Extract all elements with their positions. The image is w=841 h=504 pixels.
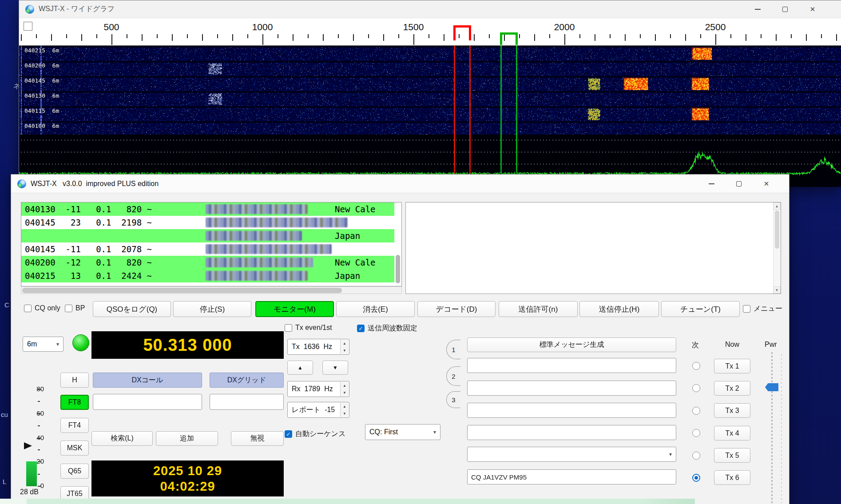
spin-unit: Hz [323, 343, 332, 351]
cq-first-select[interactable]: CQ: First▾ [365, 424, 440, 440]
scroll-up-icon[interactable]: ▲ [773, 202, 781, 210]
spinner-arrows[interactable]: ▲▼ [340, 382, 349, 396]
next-tx1-radio[interactable] [692, 362, 700, 370]
decode-country: New Cale [335, 256, 376, 269]
spin-down-icon: ▼ [341, 347, 349, 354]
decode-row[interactable]: 040130 -11 0.1 820 ~New Cale [21, 202, 394, 216]
tx-even-checkbox[interactable]: Tx even/1st [285, 324, 332, 332]
spinner-arrows[interactable]: ▲▼ [340, 403, 349, 417]
rx-freq-spinner[interactable]: Rx 1789 Hz ▲▼ [287, 381, 349, 397]
report-spinner[interactable]: レポート -15 ▲▼ [287, 402, 349, 418]
halt-button[interactable]: 停止(S) [173, 301, 251, 317]
tx1-message-field[interactable] [467, 358, 676, 373]
rx-frequency-panel[interactable]: ▲ ▼ [405, 202, 781, 294]
tx5-now-button[interactable]: Tx 5 [714, 448, 750, 463]
auto-seq-checkbox[interactable]: 自動シーケンス [285, 429, 346, 439]
pwr-slider-track[interactable] [771, 352, 773, 503]
decode-row[interactable]: 040215 13 0.1 2424 ~Japan [21, 269, 394, 282]
ignore-button[interactable]: 無視 [231, 431, 284, 446]
mode-msk-button[interactable]: MSK [60, 441, 89, 456]
wsjtx-logo-icon [17, 179, 26, 188]
tab-2[interactable]: 2 [446, 366, 460, 386]
decode-button[interactable]: デコード(D) [417, 301, 496, 317]
decode-row[interactable]: 040200 -12 0.1 820 ~New Cale [21, 256, 394, 269]
cq-only-checkbox[interactable]: CQ only [24, 304, 60, 312]
pwr-slider-handle[interactable] [765, 383, 778, 391]
lookup-button[interactable]: 検索(L) [91, 431, 153, 446]
tune-button[interactable]: チューン(T) [661, 301, 740, 317]
generate-std-msgs-button[interactable]: 標準メッセージ生成 [467, 337, 676, 352]
dx-grid-input[interactable] [210, 394, 284, 410]
decode-row[interactable]: 040145 -11 0.1 2078 ~ [21, 242, 394, 256]
mode-ft4-button[interactable]: FT4 [60, 418, 89, 433]
enable-tx-button[interactable]: 送信許可(n) [499, 301, 578, 317]
tx5-message-combo[interactable]: ▾ [467, 447, 676, 462]
tx6-now-button[interactable]: Tx 6 [714, 470, 750, 485]
tx-marker-icon[interactable] [453, 25, 471, 40]
spin-up-icon: ▲ [341, 382, 349, 389]
tx4-now-button[interactable]: Tx 4 [714, 426, 750, 441]
rx-freq-line [516, 46, 517, 174]
minimize-button[interactable] [744, 0, 771, 18]
rx-marker-icon[interactable] [500, 32, 518, 45]
band-select[interactable]: 6m▾ [23, 337, 63, 352]
mode-h-button[interactable]: H [60, 373, 89, 388]
dx-call-input[interactable] [93, 394, 202, 410]
horizontal-scrollbar[interactable] [21, 286, 402, 294]
bp-checkbox[interactable]: BP [65, 304, 85, 312]
widegraph-titlebar[interactable]: WSJT-X - ワイドグラフ ✕ [19, 0, 841, 18]
scrollbar-thumb[interactable] [22, 288, 342, 293]
waterfall[interactable] [19, 46, 841, 135]
next-tx2-radio[interactable] [692, 384, 700, 392]
tx4-message-field[interactable] [467, 425, 676, 440]
spin-down-icon: ▼ [341, 389, 349, 396]
mode-q65-button[interactable]: Q65 [60, 464, 89, 479]
vertical-scrollbar[interactable] [396, 255, 400, 283]
next-tx4-radio[interactable] [692, 429, 700, 437]
redacted-callsigns [206, 218, 348, 227]
log-qso-button[interactable]: QSOをログ(Q) [93, 301, 171, 317]
decode-row[interactable]: Japan [21, 229, 394, 242]
waterfall-row-label: 040215 6m [24, 47, 91, 54]
decode-row[interactable]: 040145 23 0.1 2198 ~ [21, 216, 394, 229]
freq-up-button[interactable]: ▲ [287, 361, 313, 375]
tab-1[interactable]: 1 [446, 340, 460, 359]
tx6-message-field[interactable] [467, 469, 676, 484]
tx2-message-field[interactable] [467, 381, 676, 396]
dx-grid-label: DXグリッド [210, 373, 284, 388]
erase-button[interactable]: 消去(E) [336, 301, 415, 317]
menu-checkbox[interactable]: メニュー [743, 304, 782, 314]
scroll-down-icon[interactable]: ▼ [773, 286, 781, 294]
hold-tx-freq-checkbox[interactable]: 送信周波数固定 [357, 324, 417, 333]
maximize-button[interactable] [725, 175, 753, 193]
monitor-button[interactable]: モニター(M) [255, 301, 334, 317]
tab-3[interactable]: 3 [446, 391, 460, 408]
spinner-arrows[interactable]: ▲▼ [340, 340, 349, 354]
close-button[interactable]: ✕ [799, 0, 826, 18]
add-button[interactable]: 追加 [156, 431, 218, 446]
vertical-scrollbar[interactable]: ▲ ▼ [773, 202, 781, 294]
maximize-button[interactable] [771, 0, 799, 18]
tx-freq-line [469, 46, 471, 174]
tx3-message-field[interactable] [467, 403, 676, 418]
meter-value: 28 dB [20, 488, 39, 496]
tx-even-label: Tx even/1st [295, 324, 332, 332]
tx2-now-button[interactable]: Tx 2 [714, 381, 750, 396]
next-tx6-radio[interactable] [692, 474, 700, 482]
scrollbar-thumb[interactable] [775, 210, 779, 249]
band-activity-panel[interactable]: 040130 -11 0.1 820 ~New Cale 040145 23 0… [21, 202, 402, 286]
tx1-now-button[interactable]: Tx 1 [714, 359, 750, 373]
halt-tx-button[interactable]: 送信停止(H) [579, 301, 659, 317]
time-display: 04:02:29 [160, 479, 215, 494]
close-button[interactable]: ✕ [753, 175, 780, 193]
minimize-button[interactable] [698, 175, 725, 193]
next-tx5-radio[interactable] [692, 452, 700, 460]
tx3-now-button[interactable]: Tx 3 [714, 403, 750, 418]
desktop: ネ C cu L WSJT-X - ワイドグラフ ✕ 500 1000 1500… [0, 0, 841, 504]
next-tx3-radio[interactable] [692, 407, 700, 415]
tx-freq-spinner[interactable]: Tx 1636 Hz ▲▼ [287, 339, 349, 355]
widegraph-option-checkbox[interactable] [24, 22, 32, 31]
freq-down-button[interactable]: ▼ [322, 361, 348, 375]
main-titlebar[interactable]: WSJT-X v3.0.0 improved PLUS edition ✕ [11, 175, 789, 193]
mode-ft8-button[interactable]: FT8 [60, 395, 89, 410]
